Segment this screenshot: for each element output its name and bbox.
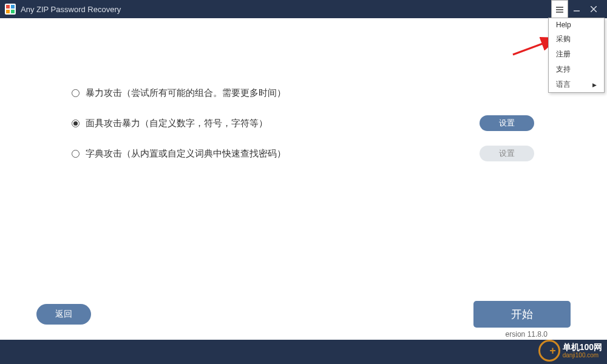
menu-item-label: 注册 xyxy=(556,49,571,59)
close-icon xyxy=(591,6,597,12)
settings-button-mask[interactable]: 设置 xyxy=(480,115,534,131)
option-mask-attack: 面具攻击暴力（自定义数字，符号，字符等） 设置 xyxy=(72,115,571,131)
watermark: 单机100网 danji100.com xyxy=(538,340,602,362)
back-button[interactable]: 返回 xyxy=(36,304,91,325)
menu-item-register[interactable]: 注册 xyxy=(549,47,604,62)
watermark-icon xyxy=(538,340,560,362)
main-content: 暴力攻击（尝试所有可能的组合。需要更多时间） 面具攻击暴力（自定义数字，符号，字… xyxy=(0,18,607,161)
menu-item-label: 支持 xyxy=(556,64,571,75)
dropdown-menu: Help 采购 注册 支持 语言 ▶ xyxy=(548,18,605,93)
menu-item-help[interactable]: Help xyxy=(549,18,604,32)
menu-button[interactable] xyxy=(551,0,568,18)
radio-brute-force[interactable] xyxy=(72,89,80,97)
settings-button-dictionary[interactable]: 设置 xyxy=(480,146,534,161)
radio-mask-attack[interactable] xyxy=(72,120,80,127)
app-icon xyxy=(5,4,16,15)
footer-bar xyxy=(0,340,607,364)
watermark-url: danji100.com xyxy=(563,352,602,359)
option-label[interactable]: 暴力攻击（尝试所有可能的组合。需要更多时间） xyxy=(86,87,571,99)
version-label: ersion 11.8.0 xyxy=(506,330,548,339)
minimize-button[interactable] xyxy=(568,0,585,18)
watermark-title: 单机100网 xyxy=(563,343,602,352)
menu-item-language[interactable]: 语言 ▶ xyxy=(549,77,604,92)
menu-item-purchase[interactable]: 采购 xyxy=(549,32,604,47)
close-button[interactable] xyxy=(585,0,602,18)
svg-rect-2 xyxy=(11,5,15,8)
titlebar: Any ZIP Password Recovery xyxy=(0,0,607,18)
svg-rect-3 xyxy=(6,10,10,13)
option-label[interactable]: 面具攻击暴力（自定义数字，符号，字符等） xyxy=(86,118,480,129)
menu-item-label: 语言 xyxy=(556,79,571,90)
svg-rect-1 xyxy=(6,5,10,8)
app-title: Any ZIP Password Recovery xyxy=(21,5,121,14)
radio-dictionary-attack[interactable] xyxy=(72,150,80,158)
svg-rect-4 xyxy=(11,10,15,13)
minimize-icon xyxy=(574,6,580,12)
start-button[interactable]: 开始 xyxy=(473,301,571,328)
hamburger-icon xyxy=(556,7,563,13)
menu-item-label: Help xyxy=(556,21,571,29)
menu-item-support[interactable]: 支持 xyxy=(549,62,604,77)
chevron-right-icon: ▶ xyxy=(592,82,597,88)
option-dictionary-attack: 字典攻击（从内置或自定义词典中快速查找密码） 设置 xyxy=(72,146,571,161)
bottom-bar: 返回 开始 xyxy=(0,301,607,328)
menu-item-label: 采购 xyxy=(556,34,571,44)
option-brute-force: 暴力攻击（尝试所有可能的组合。需要更多时间） xyxy=(72,85,571,101)
option-label[interactable]: 字典攻击（从内置或自定义词典中快速查找密码） xyxy=(86,148,480,160)
